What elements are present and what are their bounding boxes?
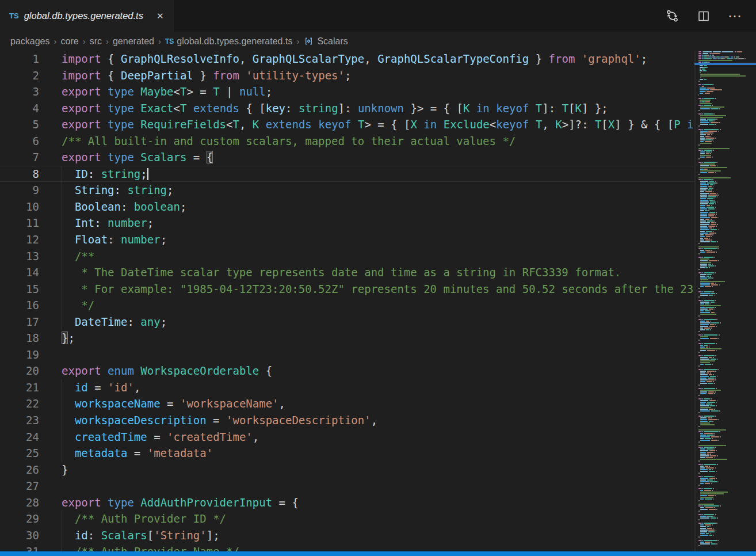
- line-number[interactable]: 7: [0, 149, 39, 166]
- line-number[interactable]: 1: [0, 51, 39, 67]
- code-line[interactable]: 24 createdTime = 'createdTime',: [0, 429, 694, 445]
- line-content: id: Scalars['String'];: [39, 527, 220, 544]
- code-line[interactable]: 3export type Maybe<T> = T | null;: [0, 83, 694, 100]
- code-line[interactable]: 15 * For example: "1985-04-12T23:20:50.5…: [0, 281, 694, 298]
- code-line[interactable]: 18};: [0, 330, 694, 346]
- line-content: export type AddAuthProviderInput = {: [39, 494, 299, 511]
- code-line[interactable]: 19: [0, 346, 694, 363]
- breadcrumb-item-symbol-scalars[interactable]: Scalars: [303, 36, 348, 47]
- code-line[interactable]: 8 ID: string;: [0, 166, 694, 182]
- line-number[interactable]: 9: [0, 182, 39, 199]
- code-line[interactable]: 27: [0, 478, 694, 494]
- code-line[interactable]: 10 Boolean: boolean;: [0, 199, 694, 215]
- line-content: export type Maybe<T> = T | null;: [39, 83, 272, 100]
- line-content: workspaceDescription = 'workspaceDescrip…: [39, 412, 377, 429]
- line-number[interactable]: 26: [0, 462, 39, 478]
- ts-file-icon: TS: [9, 12, 19, 20]
- code-line[interactable]: 11 Int: number;: [0, 215, 694, 231]
- code-line[interactable]: 13 /**: [0, 248, 694, 265]
- code-line[interactable]: 29 /** Auth Provider ID */: [0, 511, 694, 527]
- split-editor-button[interactable]: [697, 9, 711, 23]
- symbol-type-icon: [303, 36, 314, 47]
- line-content: /** All built-in and custom scalars, map…: [39, 133, 516, 150]
- line-number[interactable]: 6: [0, 133, 39, 150]
- line-number[interactable]: 12: [0, 231, 39, 248]
- breadcrumb-separator: ›: [158, 36, 161, 46]
- line-number[interactable]: 28: [0, 494, 39, 511]
- line-number[interactable]: 30: [0, 527, 39, 544]
- breadcrumb-item-file[interactable]: TS global.db.types.generated.ts: [165, 36, 292, 47]
- code-line[interactable]: 9 String: string;: [0, 182, 694, 199]
- line-content: */: [39, 297, 94, 314]
- editor-actions: ⋯: [665, 0, 756, 32]
- line-number[interactable]: 27: [0, 478, 39, 494]
- line-content: Boolean: boolean;: [39, 199, 186, 215]
- code-line[interactable]: 12 Float: number;: [0, 231, 694, 248]
- line-number[interactable]: 17: [0, 314, 39, 330]
- code-line[interactable]: 1import { GraphQLResolveInfo, GraphQLSca…: [0, 51, 694, 67]
- code-area[interactable]: 1import { GraphQLResolveInfo, GraphQLSca…: [0, 51, 694, 551]
- breadcrumb-item-packages[interactable]: packages: [10, 36, 50, 47]
- code-line[interactable]: 25 metadata = 'metadata': [0, 445, 694, 462]
- line-number[interactable]: 10: [0, 199, 39, 215]
- code-line[interactable]: 21 id = 'id',: [0, 379, 694, 396]
- line-number[interactable]: 3: [0, 83, 39, 100]
- line-content: export type Scalars = {: [39, 149, 213, 166]
- status-bar[interactable]: [0, 551, 756, 556]
- line-number[interactable]: 21: [0, 379, 39, 396]
- line-number[interactable]: 20: [0, 363, 39, 379]
- line-content: /** Auth Provider ID */: [39, 511, 226, 527]
- line-number[interactable]: 15: [0, 281, 39, 298]
- line-content: DateTime: any;: [39, 314, 167, 330]
- line-number[interactable]: 22: [0, 395, 39, 412]
- code-line[interactable]: 31 /** Auth Provider Name */: [0, 543, 694, 551]
- open-changes-button[interactable]: [665, 9, 679, 23]
- code-line[interactable]: 6/** All built-in and custom scalars, ma…: [0, 133, 694, 150]
- line-content: metadata = 'metadata': [39, 445, 213, 462]
- line-content: export enum WorkspaceOrderable {: [39, 363, 272, 379]
- line-content: /** Auth Provider Name */: [39, 543, 239, 551]
- code-line[interactable]: 23 workspaceDescription = 'workspaceDesc…: [0, 412, 694, 429]
- more-actions-button[interactable]: ⋯: [728, 13, 742, 19]
- line-number[interactable]: 18: [0, 330, 39, 346]
- code-line[interactable]: 5export type RequireFields<T, K extends …: [0, 116, 694, 133]
- line-content: * The DateTime scalar type represents da…: [39, 264, 621, 281]
- code-line[interactable]: 30 id: Scalars['String'];: [0, 527, 694, 544]
- line-content: * For example: "1985-04-12T23:20:50.52Z"…: [39, 281, 693, 298]
- breadcrumb-item-src[interactable]: src: [90, 36, 102, 47]
- line-content: /**: [39, 248, 94, 265]
- line-number[interactable]: 25: [0, 445, 39, 462]
- code-line[interactable]: 17 DateTime: any;: [0, 314, 694, 330]
- code-line[interactable]: 26}: [0, 462, 694, 478]
- line-number[interactable]: 11: [0, 215, 39, 231]
- code-line[interactable]: 28export type AddAuthProviderInput = {: [0, 494, 694, 511]
- breadcrumb-separator: ›: [296, 36, 299, 46]
- line-number[interactable]: 5: [0, 116, 39, 133]
- line-number[interactable]: 2: [0, 67, 39, 84]
- code-line[interactable]: 22 workspaceName = 'workspaceName',: [0, 395, 694, 412]
- minimap[interactable]: [694, 51, 756, 551]
- breadcrumb-item-core[interactable]: core: [61, 36, 79, 47]
- line-number[interactable]: 4: [0, 100, 39, 117]
- code-line[interactable]: 4export type Exact<T extends { [key: str…: [0, 100, 694, 117]
- code-line[interactable]: 2import { DeepPartial } from 'utility-ty…: [0, 67, 694, 84]
- line-number[interactable]: 14: [0, 264, 39, 281]
- line-number[interactable]: 13: [0, 248, 39, 265]
- line-number[interactable]: 23: [0, 412, 39, 429]
- line-content: ID: string;: [39, 166, 148, 182]
- tab-close-icon[interactable]: ✕: [154, 10, 166, 22]
- code-line[interactable]: 20export enum WorkspaceOrderable {: [0, 363, 694, 379]
- line-content: Int: number;: [39, 215, 154, 231]
- more-actions-icon: ⋯: [728, 13, 742, 19]
- line-number[interactable]: 29: [0, 511, 39, 527]
- line-number[interactable]: 8: [0, 166, 39, 182]
- line-number[interactable]: 31: [0, 543, 39, 551]
- breadcrumb-item-generated[interactable]: generated: [113, 36, 154, 47]
- code-line[interactable]: 7export type Scalars = {: [0, 149, 694, 166]
- tab-active-file[interactable]: TS global.db.types.generated.ts ✕: [0, 0, 175, 32]
- line-number[interactable]: 24: [0, 429, 39, 445]
- line-number[interactable]: 16: [0, 297, 39, 314]
- code-line[interactable]: 14 * The DateTime scalar type represents…: [0, 264, 694, 281]
- code-line[interactable]: 16 */: [0, 297, 694, 314]
- line-number[interactable]: 19: [0, 346, 39, 363]
